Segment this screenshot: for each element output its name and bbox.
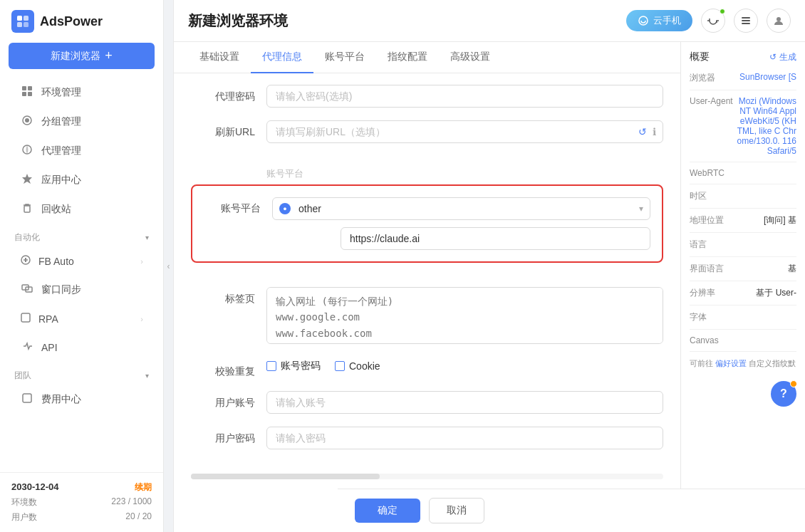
cloud-phone-button[interactable]: 云手机 (626, 10, 692, 31)
team-section: 团队 ▾ (0, 363, 163, 385)
account-password-label: 账号密码 (281, 360, 321, 372)
help-badge (790, 380, 797, 387)
renew-button[interactable]: 续期 (135, 481, 152, 494)
sidebar-item-label: 分组管理 (41, 115, 81, 128)
sidebar: AdsPower 新建浏览器 + 环境管理 分组管理 代理管理 (0, 0, 164, 532)
sidebar-item-expense[interactable]: 费用中心 (6, 385, 157, 414)
scrollbar-thumb (191, 474, 380, 479)
status-dot (720, 9, 725, 14)
panel-key: Canvas (690, 335, 719, 345)
panel-val-resolution: 基于 User- (756, 287, 796, 299)
list-view-button[interactable] (734, 9, 758, 33)
platform-url-row (204, 227, 650, 250)
platform-select[interactable]: other Facebook Google TikTok Amazon (272, 197, 650, 220)
avatar[interactable] (767, 9, 791, 33)
panel-divider (690, 208, 796, 209)
panel-divider (690, 162, 796, 162)
panel-row-browser: 浏览器 SunBrowser [S (690, 72, 796, 84)
svg-rect-21 (742, 23, 750, 24)
refresh-url-wrap: ↺ ℹ (266, 120, 663, 143)
sidebar-item-group-mgmt[interactable]: 分组管理 (6, 108, 157, 136)
sidebar-item-env-mgmt[interactable]: 环境管理 (6, 78, 157, 107)
panel-divider (690, 351, 796, 352)
preferences-link[interactable]: 偏好设置 (715, 359, 747, 367)
sidebar-item-api[interactable]: API (6, 333, 157, 362)
user-account-input[interactable] (266, 391, 663, 414)
cancel-button[interactable]: 取消 (429, 498, 484, 523)
panel-key: 地理位置 (690, 214, 724, 226)
sync-button[interactable] (701, 9, 725, 33)
tab-fingerprint[interactable]: 指纹配置 (376, 42, 439, 73)
labels-page-textarea[interactable] (266, 287, 663, 344)
panel-row-language: 语言 (690, 239, 796, 251)
cookie-checkbox[interactable]: Cookie (335, 360, 380, 372)
sidebar-item-window-sync[interactable]: 窗口同步 (6, 276, 157, 304)
svg-rect-12 (24, 206, 30, 212)
account-password-checkbox[interactable]: 账号密码 (266, 360, 321, 372)
svg-rect-7 (28, 92, 32, 96)
sidebar-item-proxy-mgmt[interactable]: 代理管理 (6, 137, 157, 165)
refresh-icon[interactable]: ↺ (638, 126, 647, 137)
page-title: 新建浏览器环境 (188, 11, 288, 31)
bottom-bar: 确定 取消 (338, 489, 805, 532)
panel-key: 界面语言 (690, 263, 724, 275)
sidebar-item-recycle[interactable]: 回收站 (6, 195, 157, 224)
panel-divider (690, 184, 796, 184)
tab-account[interactable]: 账号平台 (313, 42, 376, 73)
env-mgmt-icon (20, 85, 34, 100)
user-password-input[interactable] (266, 427, 663, 449)
sidebar-item-label: 应用中心 (41, 174, 81, 187)
user-account-label: 用户账号 (191, 391, 255, 410)
panel-key: User-Agent (690, 96, 733, 156)
fb-auto-icon (20, 254, 31, 268)
checkbox-box-cookie (335, 361, 345, 371)
automation-section: 自动化 ▾ (0, 224, 163, 246)
account-platform-section-header: 账号平台 (174, 167, 680, 184)
new-browser-button[interactable]: 新建浏览器 + (9, 43, 155, 69)
help-button[interactable]: ? (771, 381, 796, 407)
form-main: 基础设置 代理信息 账号平台 指纹配置 高级设置 代理密码 (174, 42, 680, 532)
plus-icon: + (105, 48, 113, 63)
svg-rect-16 (21, 313, 30, 322)
platform-url-input[interactable] (341, 227, 650, 250)
group-mgmt-icon (20, 115, 34, 129)
tab-basic[interactable]: 基础设置 (188, 42, 251, 73)
tab-proxy[interactable]: 代理信息 (251, 42, 313, 73)
sidebar-collapse-button[interactable]: ‹ (164, 0, 174, 532)
panel-val-browser: SunBrowser [S (739, 72, 796, 84)
env-count-label: 环境数 (11, 496, 37, 508)
sidebar-item-rpa[interactable]: RPA › (6, 305, 157, 333)
info-icon[interactable]: ℹ (653, 126, 656, 137)
sidebar-item-fb-auto[interactable]: FB Auto › (6, 247, 157, 275)
svg-marker-11 (22, 174, 32, 184)
panel-help-text: 可前往 偏好设置 自定义指纹默 (690, 358, 796, 370)
panel-row-canvas: Canvas (690, 335, 796, 345)
refresh-url-input[interactable] (266, 120, 663, 143)
checkbox-box-account (266, 361, 276, 371)
svg-rect-2 (17, 22, 22, 27)
user-account-wrap (266, 391, 663, 414)
generate-btn-label: 生成 (779, 51, 796, 63)
rpa-arrow-icon: › (140, 315, 143, 323)
sidebar-item-label: FB Auto (38, 256, 74, 267)
tab-advanced[interactable]: 高级设置 (439, 42, 502, 73)
horizontal-scrollbar[interactable] (191, 474, 663, 479)
panel-divider (690, 305, 796, 306)
svg-rect-3 (24, 22, 28, 27)
checkbox-row: 账号密码 Cookie (266, 360, 663, 372)
confirm-button[interactable]: 确定 (355, 499, 420, 523)
panel-key: 字体 (690, 311, 707, 323)
sidebar-item-label: 费用中心 (41, 393, 81, 406)
panel-divider (690, 232, 796, 233)
generate-button[interactable]: ↺ 生成 (769, 51, 796, 63)
sidebar-item-app-center[interactable]: 应用中心 (6, 166, 157, 194)
svg-rect-1 (24, 16, 28, 21)
svg-rect-19 (742, 17, 750, 19)
panel-divider (690, 256, 796, 257)
proxy-password-row: 代理密码 (191, 85, 663, 108)
panel-key: WebRTC (690, 168, 724, 178)
proxy-mgmt-icon (20, 144, 34, 158)
svg-point-9 (25, 118, 29, 122)
proxy-password-input[interactable] (266, 85, 663, 108)
panel-val-useragent: Mozi (Windows NT Win64 AppleWebKit/5 (KH… (736, 96, 796, 156)
